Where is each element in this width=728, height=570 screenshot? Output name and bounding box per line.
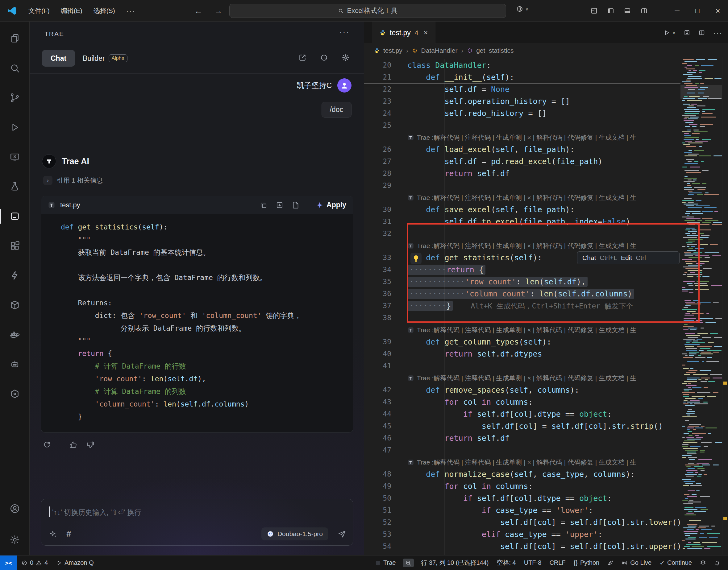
codelens-actions[interactable]: Trae :解释代码 | 注释代码 | 生成单测 | × | 解释代码 | 代码… (407, 456, 636, 468)
menu-more[interactable]: ··· (121, 0, 141, 22)
doc-command-chip[interactable]: /doc (322, 102, 352, 117)
account-icon[interactable] (0, 494, 30, 523)
trae-status-icon (375, 560, 381, 566)
hexagon-icon[interactable] (0, 379, 30, 409)
line-content: return self.df.dtypes (407, 348, 681, 360)
settings-gear-icon[interactable] (0, 525, 30, 555)
minimap[interactable] (681, 57, 722, 555)
remote-indicator[interactable]: >< (0, 556, 17, 570)
open-changes-icon[interactable] (684, 29, 690, 36)
bolt-icon[interactable] (0, 261, 30, 290)
minimap-line (699, 261, 709, 262)
code-line: 24 self.redo_history = [] (364, 107, 681, 119)
notifications-bell-icon[interactable] (710, 556, 724, 570)
command-center-search[interactable]: Excel格式化工具 (229, 4, 506, 18)
tab-chat[interactable]: Chat (42, 50, 75, 67)
toggle-panel-icon[interactable] (619, 0, 636, 22)
run-debug-icon[interactable] (0, 112, 30, 142)
amazon-q-item[interactable]: Amazon Q (52, 556, 98, 570)
remote-window-icon[interactable] (0, 142, 30, 172)
codelens-actions[interactable]: Trae :解释代码 | 注释代码 | 生成单测 | × | 解释代码 | 代码… (407, 324, 636, 336)
chat-input[interactable]: '↑↓' 切换历史输入, '⇧⏎' 换行 # Doubao-1.5-pro (41, 499, 353, 546)
customize-layout-icon[interactable] (586, 0, 602, 22)
codelens-actions[interactable]: Trae :解释代码 | 注释代码 | 生成单测 | × | 解释代码 | 代码… (407, 131, 636, 144)
line-content: self.df[col] = self.df[col].str.strip() (407, 420, 681, 432)
source-control-icon[interactable] (0, 83, 30, 112)
skills-sparkle-icon[interactable] (49, 530, 57, 538)
zoom-status-item[interactable] (403, 559, 414, 567)
split-editor-button[interactable] (698, 29, 705, 36)
menu-edit[interactable]: 编辑(E) (55, 0, 88, 22)
breadcrumb-file[interactable]: test.py (383, 47, 402, 54)
lightbulb-icon[interactable] (410, 253, 421, 264)
inline-ai-toolbar[interactable]: Chat Ctrl+L Edit Ctrl (577, 251, 680, 264)
menu-selection[interactable]: 选择(S) (88, 0, 121, 22)
trae-status-item[interactable]: Trae (371, 556, 400, 570)
chat-settings-gear-icon[interactable] (342, 54, 350, 62)
zoom-in-icon (405, 560, 412, 566)
model-selector[interactable]: Doubao-1.5-pro (261, 527, 328, 540)
minimap-line (686, 218, 701, 219)
encoding-item[interactable]: UTF-8 (520, 556, 546, 570)
back-button[interactable]: ← (194, 0, 202, 22)
line-number (364, 240, 407, 252)
tab-close-icon[interactable]: × (423, 28, 428, 37)
run-dropdown-icon[interactable]: ∨ (673, 30, 676, 35)
search-icon[interactable] (0, 53, 30, 83)
profile-menu[interactable]: ∨ (516, 5, 529, 13)
context-hash-button[interactable]: # (66, 529, 71, 539)
minimap-line (686, 172, 701, 173)
code-area[interactable]: 20class DataHandler:21 def __init__(self… (364, 57, 728, 555)
cursor-position[interactable]: 行 37, 列 10 (已选择144) (417, 556, 493, 570)
panel-more-button[interactable]: ··· (339, 27, 350, 37)
extension-icon[interactable] (603, 556, 617, 570)
copy-icon[interactable] (259, 201, 267, 209)
thumbs-up-icon[interactable] (69, 441, 77, 449)
minimap-line (685, 163, 698, 164)
toggle-sidebar-icon[interactable] (602, 0, 619, 22)
minimap-line (685, 533, 698, 534)
inline-chat-button[interactable]: Chat (582, 254, 596, 262)
minimize-button[interactable]: ─ (667, 0, 687, 22)
codelens-actions[interactable]: Trae :解释代码 | 注释代码 | 生成单测 | × | 解释代码 | 代码… (407, 192, 636, 204)
extensions-icon[interactable] (0, 231, 30, 261)
insert-code-icon[interactable] (276, 201, 284, 209)
copilot-icon[interactable] (696, 556, 710, 570)
close-button[interactable]: × (708, 0, 728, 22)
tab-builder[interactable]: Builder Alpha (83, 50, 128, 67)
indentation-item[interactable]: 空格: 4 (493, 556, 520, 570)
docker-icon[interactable] (0, 320, 30, 349)
history-icon[interactable] (320, 54, 328, 62)
inline-edit-button[interactable]: Edit (621, 254, 632, 262)
create-file-icon[interactable] (292, 201, 300, 209)
editor-tab-test-py[interactable]: test.py 4 × (372, 22, 435, 44)
reference-row[interactable]: › 引用 1 相关信息 (43, 176, 103, 185)
problems-indicator[interactable]: 0 4 (17, 556, 52, 570)
run-file-button[interactable] (663, 29, 670, 36)
maximize-button[interactable]: □ (687, 0, 708, 22)
ai-chat-icon[interactable] (0, 202, 30, 231)
continue-item[interactable]: ✓ Continue (656, 556, 696, 570)
language-item[interactable]: {} Python (570, 556, 604, 570)
menu-file[interactable]: 文件(F) (23, 0, 55, 22)
explorer-icon[interactable] (0, 24, 30, 53)
eol-item[interactable]: CRLF (545, 556, 569, 570)
go-live-item[interactable]: Go Live (617, 556, 656, 570)
send-button[interactable] (338, 530, 346, 538)
codelens-actions[interactable]: Trae :解释代码 | 注释代码 | 生成单测 | × | 解释代码 | 代码… (407, 240, 636, 252)
editor-more-button[interactable]: ··· (713, 28, 722, 37)
apply-button[interactable]: Apply (316, 201, 346, 209)
minimap-line (684, 109, 699, 110)
bot-icon[interactable] (0, 349, 30, 379)
package-icon[interactable] (0, 290, 30, 320)
new-chat-icon[interactable] (299, 54, 307, 62)
scrollbar[interactable] (722, 57, 728, 555)
toggle-secondary-sidebar-icon[interactable] (636, 0, 653, 22)
breadcrumb-class[interactable]: DataHandler (421, 47, 458, 54)
codelens-actions[interactable]: Trae :解释代码 | 注释代码 | 生成单测 | × | 解释代码 | 代码… (407, 372, 636, 384)
test-flask-icon[interactable] (0, 172, 30, 202)
regenerate-icon[interactable] (43, 441, 51, 449)
forward-button[interactable]: → (214, 0, 222, 22)
thumbs-down-icon[interactable] (86, 441, 95, 449)
breadcrumb-method[interactable]: get_statistics (476, 47, 514, 54)
